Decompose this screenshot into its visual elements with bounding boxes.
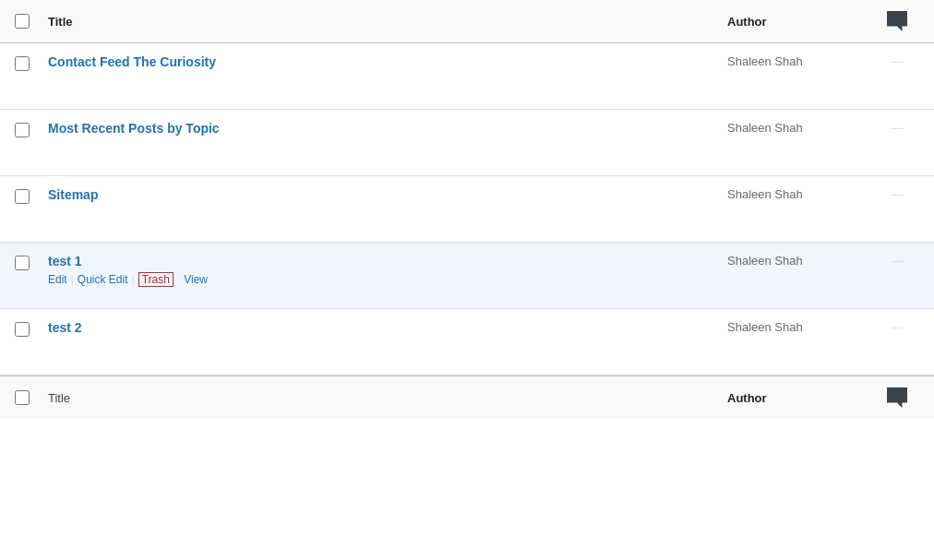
row-title-col: Sitemap xyxy=(48,187,727,202)
footer-checkbox-col[interactable] xyxy=(15,390,48,405)
header-comments-col xyxy=(875,11,919,31)
row-checkbox-col[interactable] xyxy=(15,254,48,270)
row-actions: Edit | Quick Edit | Trash View xyxy=(48,272,709,287)
comment-icon xyxy=(887,11,907,31)
row-title-col: test 2 xyxy=(48,320,727,335)
page-title-link[interactable]: Sitemap xyxy=(48,187,98,202)
row-title-col: Contact Feed The Curiosity xyxy=(48,54,727,69)
row-title-col: Most Recent Posts by Topic xyxy=(48,121,727,136)
author-value: Shaleen Shah xyxy=(727,254,803,268)
title-column-header: Title xyxy=(48,15,73,29)
table-row: Most Recent Posts by Topic Shaleen Shah … xyxy=(0,110,934,176)
table-header: Title Author xyxy=(0,0,934,43)
pages-table: Title Author Contact Feed The Curiosity … xyxy=(0,0,934,560)
page-title-link[interactable]: test 1 xyxy=(48,254,82,268)
separator: | xyxy=(71,273,74,286)
comments-dash: — xyxy=(892,187,904,201)
row-author-col: Shaleen Shah xyxy=(727,254,875,268)
footer-author-col: Author xyxy=(727,391,875,405)
author-value: Shaleen Shah xyxy=(727,320,803,334)
table-row: Sitemap Shaleen Shah — xyxy=(0,176,934,243)
header-author-col: Author xyxy=(727,15,875,29)
footer-comments-col xyxy=(875,387,919,408)
row-title-col: test 1 Edit | Quick Edit | Trash View xyxy=(48,254,727,287)
row-comments-col: — xyxy=(875,187,919,201)
author-value: Shaleen Shah xyxy=(727,187,803,201)
separator: | xyxy=(132,273,135,286)
select-all-checkbox[interactable] xyxy=(15,14,30,29)
quick-edit-action-link[interactable]: Quick Edit xyxy=(78,273,128,286)
table-row: test 2 Shaleen Shah — xyxy=(0,309,934,375)
footer-title-col: Title xyxy=(48,391,727,405)
row-checkbox[interactable] xyxy=(15,256,30,270)
page-title-link[interactable]: test 2 xyxy=(48,320,82,335)
comments-dash: — xyxy=(892,320,904,334)
trash-action-link[interactable]: Trash xyxy=(138,272,174,287)
comments-dash: — xyxy=(892,54,904,68)
row-comments-col: — xyxy=(875,121,919,135)
row-checkbox-col[interactable] xyxy=(15,54,48,71)
row-checkbox[interactable] xyxy=(15,123,30,137)
row-author-col: Shaleen Shah xyxy=(727,320,875,334)
edit-action-link[interactable]: Edit xyxy=(48,273,67,286)
comments-dash: — xyxy=(892,254,904,268)
comment-icon xyxy=(887,387,907,408)
row-author-col: Shaleen Shah xyxy=(727,187,875,201)
row-checkbox-col[interactable] xyxy=(15,320,48,337)
row-checkbox-col[interactable] xyxy=(15,121,48,137)
row-checkbox[interactable] xyxy=(15,189,30,204)
table-footer: Title Author xyxy=(0,375,934,419)
row-author-col: Shaleen Shah xyxy=(727,54,875,68)
header-title-col: Title xyxy=(48,15,727,29)
page-title-link[interactable]: Most Recent Posts by Topic xyxy=(48,121,220,136)
page-title-link[interactable]: Contact Feed The Curiosity xyxy=(48,54,216,69)
row-author-col: Shaleen Shah xyxy=(727,121,875,135)
row-checkbox[interactable] xyxy=(15,56,30,71)
author-column-header: Author xyxy=(727,15,767,29)
row-checkbox-col[interactable] xyxy=(15,187,48,204)
footer-select-all-checkbox[interactable] xyxy=(15,390,30,405)
header-checkbox-col[interactable] xyxy=(15,14,48,29)
row-comments-col: — xyxy=(875,54,919,68)
table-row: Contact Feed The Curiosity Shaleen Shah … xyxy=(0,43,934,110)
row-comments-col: — xyxy=(875,254,919,268)
row-checkbox[interactable] xyxy=(15,322,30,337)
author-value: Shaleen Shah xyxy=(727,54,803,68)
footer-author-label: Author xyxy=(727,391,767,405)
author-value: Shaleen Shah xyxy=(727,121,803,135)
row-comments-col: — xyxy=(875,320,919,334)
comments-dash: — xyxy=(892,121,904,135)
footer-title-label: Title xyxy=(48,391,70,405)
table-row: test 1 Edit | Quick Edit | Trash View Sh… xyxy=(0,243,934,309)
view-action-link[interactable]: View xyxy=(184,273,208,286)
separator xyxy=(177,273,180,286)
